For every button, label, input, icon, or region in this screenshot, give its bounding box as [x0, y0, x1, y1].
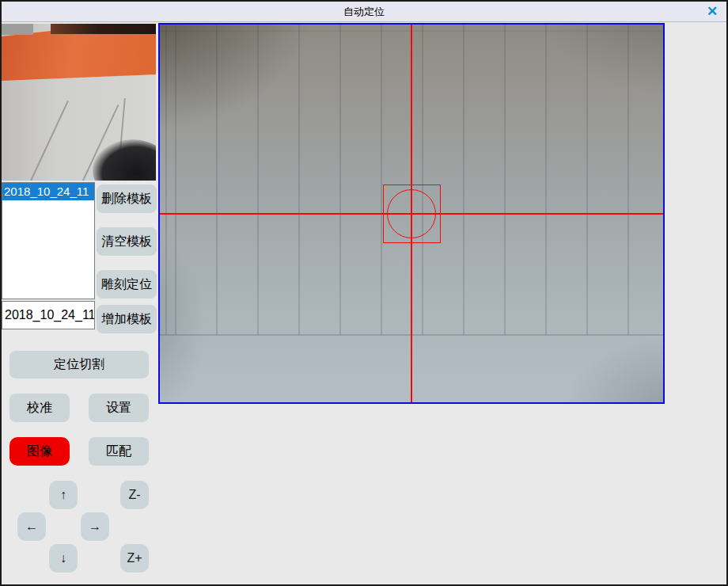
dialog-title: 自动定位: [2, 2, 726, 22]
z-minus-button[interactable]: Z-: [120, 481, 149, 509]
thumbnail-tile-line: [28, 101, 69, 181]
image-button[interactable]: 图像: [9, 437, 70, 466]
z-plus-label: Z+: [127, 551, 142, 565]
position-cut-button[interactable]: 定位切割: [9, 351, 149, 379]
thumbnail-dark-object: [93, 139, 156, 181]
arrow-up-icon: ↑: [60, 488, 66, 501]
camera-view[interactable]: [158, 23, 665, 404]
template-list[interactable]: 2018_10_24_11: [2, 182, 95, 299]
close-icon[interactable]: ✕: [703, 3, 721, 21]
arrow-down-icon: ↓: [60, 551, 66, 565]
match-button[interactable]: 匹配: [89, 437, 149, 466]
thumbnail-dark-strip: [51, 24, 156, 34]
add-template-button[interactable]: 增加模板: [97, 305, 157, 333]
auto-position-dialog: 自动定位 ✕ 2018_10_24_11 删除模板 清空模板 雕刻定位 增加模板…: [0, 0, 728, 586]
clear-templates-button[interactable]: 清空模板: [97, 227, 157, 256]
jog-left-button[interactable]: ←: [17, 512, 46, 541]
template-name-input[interactable]: [2, 301, 95, 329]
jog-right-button[interactable]: →: [81, 512, 109, 541]
jog-up-button[interactable]: ↑: [49, 481, 78, 509]
engrave-position-button[interactable]: 雕刻定位: [97, 270, 157, 299]
thumbnail-orange-beam: [2, 24, 156, 105]
thumbnail-gray-patch: [2, 24, 33, 35]
crosshair-circle: [387, 189, 436, 238]
settings-button[interactable]: 设置: [89, 394, 149, 422]
template-preview-thumbnail: [2, 24, 156, 181]
jog-down-button[interactable]: ↓: [49, 544, 78, 573]
z-minus-label: Z-: [128, 488, 140, 501]
title-bar: 自动定位 ✕: [2, 2, 726, 22]
delete-template-button[interactable]: 删除模板: [97, 185, 157, 213]
arrow-left-icon: ←: [25, 519, 38, 533]
z-plus-button[interactable]: Z+: [120, 544, 149, 573]
template-list-item[interactable]: 2018_10_24_11: [2, 183, 94, 200]
arrow-right-icon: →: [89, 519, 101, 533]
camera-image: [160, 25, 663, 402]
calibrate-button[interactable]: 校准: [9, 394, 70, 422]
